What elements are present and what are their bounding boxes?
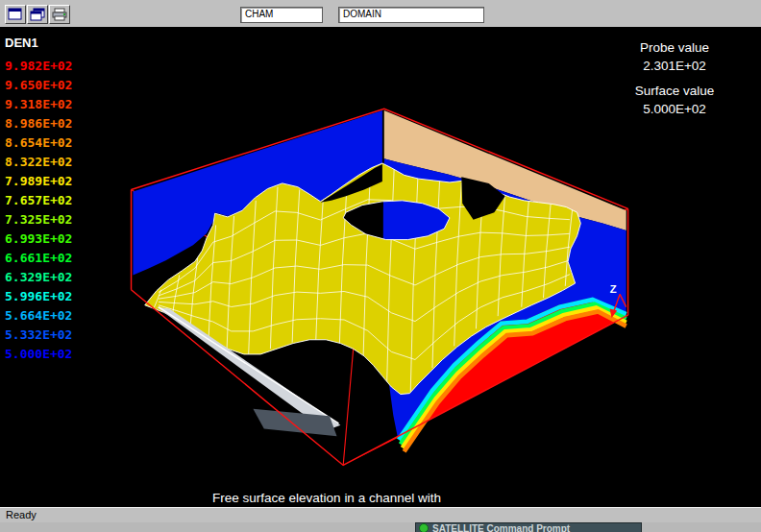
legend-entry: 6.329E+02: [5, 268, 72, 287]
legend-entry: 6.993E+02: [5, 230, 72, 249]
taskbar-button[interactable]: SATELLITE Command Prompt: [415, 522, 642, 532]
legend-entry: 8.322E+02: [5, 153, 72, 172]
taskbar-button-label: SATELLITE Command Prompt: [432, 523, 570, 532]
cascade-windows-button[interactable]: [27, 5, 48, 24]
legend-entry: 8.654E+02: [5, 133, 72, 153]
legend-entry: 9.318E+02: [5, 95, 72, 114]
surface-label: Surface value: [588, 82, 761, 100]
window-icon: [8, 8, 23, 21]
legend-entry: 5.664E+02: [5, 306, 72, 326]
legend-entry: 7.325E+02: [5, 210, 72, 230]
z-axis-label: Z: [610, 283, 617, 295]
bank-patch-dark: [253, 409, 336, 436]
cascade-windows-icon: [30, 8, 45, 21]
legend-entry: 7.657E+02: [5, 191, 72, 210]
taskbar: SATELLITE Command Prompt: [0, 522, 761, 532]
status-text: Ready: [6, 509, 37, 520]
legend-entry: 5.332E+02: [5, 326, 72, 345]
legend-entry: 5.000E+02: [5, 345, 72, 364]
legend-entry: 5.996E+02: [5, 287, 72, 306]
legend-entry: 9.982E+02: [5, 57, 72, 76]
legend-entry: 8.986E+02: [5, 114, 72, 133]
surface-value: 5.000E+02: [588, 100, 761, 118]
domain-field[interactable]: DOMAIN: [338, 7, 484, 23]
legend-entry: 9.650E+02: [5, 76, 72, 95]
legend-entry: 6.661E+02: [5, 249, 72, 268]
probe-label: Probe value: [588, 38, 761, 57]
app-window: CHAM DOMAIN: [0, 0, 761, 532]
print-button[interactable]: [49, 5, 70, 24]
toolbar: CHAM DOMAIN: [0, 0, 761, 28]
probe-readout: Probe value 2.301E+02 Surface value 5.00…: [588, 38, 761, 118]
legend: DEN1 9.982E+02 9.650E+02 9.318E+02 8.986…: [5, 36, 72, 364]
legend-title: DEN1: [5, 36, 72, 50]
satellite-app-icon: [419, 523, 429, 532]
view-caption: Free surface elevation in a channel with: [212, 491, 441, 505]
probe-value: 2.301E+02: [588, 57, 761, 75]
status-bar: Ready: [0, 507, 761, 522]
print-icon: [52, 8, 67, 21]
viewport: Z DEN1 9.982E+02 9.650E+02 9.318E+02 8.9…: [0, 27, 761, 507]
window-button[interactable]: [5, 5, 26, 24]
legend-entry: 7.989E+02: [5, 172, 72, 191]
cham-field[interactable]: CHAM: [240, 7, 323, 23]
